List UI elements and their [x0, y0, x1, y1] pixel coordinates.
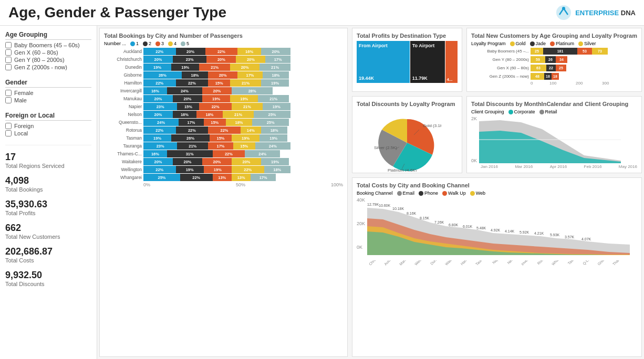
header: Age, Gender & Passenger Type ENTERPRISE … [0, 0, 644, 26]
costs-legend: Booking Channel Email Phone Walk Up Web [357, 191, 637, 196]
svg-text:5.93K: 5.93K [550, 233, 560, 237]
foreign-local-label: Foreign or Local [5, 112, 91, 121]
gender-label: Gender [5, 79, 91, 88]
to-airport-bar: To Airport 11.79K [410, 41, 445, 83]
bookings-chart-title: Total Bookings by City and Number of Pas… [104, 33, 343, 39]
city-bar-row: Nelson20%16%18%21%25% [104, 111, 343, 118]
city-bar-row: Gisborne26%18%20%17%18% [104, 71, 343, 79]
age-grouping-label: Age Grouping [5, 31, 91, 40]
filter-foreign[interactable]: Foreign [5, 123, 91, 129]
svg-point-1 [562, 7, 565, 10]
city-bar-row: Thames-C...16%31%22%24% [104, 150, 343, 157]
legend-retail: Retail [539, 109, 557, 114]
profits-bars: From Airport 19.44K To Airport 11.79K 4.… [357, 41, 458, 83]
legend-jade: Jade [530, 41, 546, 46]
filter-local[interactable]: Local [5, 130, 91, 136]
bookings-legend: Number ... 1 2 3 4 5 [104, 41, 343, 46]
svg-text:4.92K: 4.92K [491, 228, 501, 232]
checkbox-baby-boomers[interactable] [5, 42, 12, 48]
new-customers-chart-card: Total New Customers by Age Grouping and … [466, 28, 642, 92]
filter-gen-y[interactable]: Gen Y (80 – 2000s) [5, 57, 91, 63]
city-bar-row: Rotorua22%22%22%14%18% [104, 126, 343, 134]
main-content: Age Grouping Baby Boomers (45 – 60s) Gen… [0, 26, 644, 359]
svg-text:10.60K: 10.60K [379, 204, 391, 207]
legend-corporate: Corporate [508, 109, 535, 114]
total-discounts-label: Total Discounts [5, 281, 91, 287]
new-customers-bars: Baby Boomers (45 –... 25 181 53 73 Gen Y… [471, 48, 637, 80]
hbar-baby-boomers: Baby Boomers (45 –... 25 181 53 73 [471, 48, 637, 55]
area-chart-svg [479, 116, 621, 163]
age-grouping-filter: Age Grouping Baby Boomers (45 – 60s) Gen… [5, 31, 91, 71]
costs-y-axis: 40K 20K 0K [357, 197, 365, 250]
svg-text:4.07K: 4.07K [581, 237, 591, 241]
city-bar-row: Invercargill16%24%20%28% [104, 87, 343, 94]
hbar-gen-x: Gen X (60 – 80s) 63 22 25 [471, 65, 637, 71]
legend-silver: Silver [578, 41, 596, 46]
costs-chart-title: Total Costs by City and Booking Channel [357, 182, 637, 188]
checkbox-female[interactable] [5, 90, 12, 96]
area-x-axis: Jan 2016 Mar 2016 Apr 2016 Feb 2016 May … [471, 164, 637, 169]
svg-text:10.18K: 10.18K [392, 207, 404, 210]
left-panel: Age Grouping Baby Boomers (45 – 60s) Gen… [0, 26, 97, 359]
svg-text:4.14K: 4.14K [505, 229, 515, 233]
legend-walkup: Walk Up [442, 191, 466, 196]
y-axis-labels: 2K 0K [471, 116, 477, 163]
bookings-chart-card: Total Bookings by City and Number of Pas… [99, 28, 348, 357]
logo-text: ENTERPRISE DNA [575, 9, 636, 17]
filter-baby-boomers[interactable]: Baby Boomers (45 – 60s) [5, 42, 91, 48]
checkbox-gen-y[interactable] [5, 57, 12, 63]
costs-area-chart-svg: 12.79K 10.60K 10.18K 8.16K 8.15K 7.26K 6… [367, 197, 630, 260]
city-bar-row: Whangarei25%22%13%13%17% [104, 174, 343, 181]
checkbox-local[interactable] [5, 130, 12, 136]
checkbox-gen-x[interactable] [5, 49, 12, 56]
checkbox-gen-z[interactable] [5, 64, 12, 70]
foreign-local-filter: Foreign or Local Foreign Local [5, 112, 91, 138]
filter-male[interactable]: Male [5, 97, 91, 103]
hbar-gen-z: Gen Z (2000s – now) 48 18 18 [471, 73, 637, 80]
middle-row: Total Discounts by Loyalty Program [350, 94, 644, 175]
page-title: Age, Gender & Passenger Type [8, 4, 226, 21]
costs-chart-card: Total Costs by City and Booking Channel … [352, 177, 642, 357]
legend-web: Web [470, 191, 485, 196]
checkbox-male[interactable] [5, 97, 12, 103]
total-customers-label: Total New Customers [5, 234, 91, 240]
svg-text:12.79K: 12.79K [367, 203, 379, 206]
monthly-discounts-card: Total Discounts by MonthInCalendar and C… [466, 96, 642, 173]
stat-profits: 35,930.63 Total Profits [5, 199, 91, 216]
filter-gen-x[interactable]: Gen X (60 – 80s) [5, 49, 91, 56]
city-bars-chart: Auckland22%20%22%16%20%Christchurch20%23… [104, 48, 343, 181]
city-bar-row: Tauranga23%21%17%15%24% [104, 142, 343, 150]
stat-costs: 202,686.87 Total Costs [5, 246, 91, 263]
stat-profits-label: Total Profits [5, 210, 91, 216]
stat-bookings: 4,098 Total Bookings [5, 175, 91, 193]
monthly-discounts-title: Total Discounts by MonthInCalendar and C… [471, 101, 637, 107]
legend-email: Email [397, 191, 415, 196]
stat-costs-label: Total Costs [5, 257, 91, 263]
filter-female[interactable]: Female [5, 90, 91, 96]
city-bar-row: Tasman19%26%15%19%19% [104, 134, 343, 142]
hbar-gen-y: Gen Y (80 – 2000s) 59 26 34 [471, 56, 637, 63]
new-customers-title: Total New Customers by Age Grouping and … [471, 33, 637, 39]
legend-1: 1 [130, 41, 139, 46]
city-bar-row: Christchurch20%23%20%20%17% [104, 56, 343, 63]
right-area: Total Profits by Destination Type From A… [350, 26, 644, 359]
city-bar-row: Auckland22%20%22%16%20% [104, 48, 343, 55]
filter-gen-z[interactable]: Gen Z (2000s - now) [5, 64, 91, 70]
legend-3: 3 [155, 41, 164, 46]
stat-regions: 17 Total Regions Serviced [5, 152, 91, 169]
costs-x-axis: Christchurch Auckland Manukau Wellington… [357, 260, 637, 267]
other-bar: 4... [445, 41, 458, 83]
svg-text:8.16K: 8.16K [407, 212, 417, 215]
svg-text:6.80K: 6.80K [449, 223, 459, 227]
dashboard: Age, Gender & Passenger Type ENTERPRISE … [0, 0, 644, 359]
discounts-pie-card: Total Discounts by Loyalty Program [352, 96, 462, 173]
checkbox-foreign[interactable] [5, 123, 12, 129]
svg-text:3.57K: 3.57K [565, 235, 575, 239]
city-bar-row: Manukau20%20%19%19%21% [104, 95, 343, 102]
city-bar-row: Hamilton22%22%15%21%19% [104, 79, 343, 87]
new-customers-legend: Loyalty Program Gold Jade Platinum Silve… [471, 41, 637, 46]
svg-text:5.48K: 5.48K [476, 226, 486, 230]
discounts-pie-title: Total Discounts by Loyalty Program [357, 101, 458, 107]
legend-gold: Gold [510, 41, 526, 46]
stat-bookings-label: Total Bookings [5, 186, 91, 193]
